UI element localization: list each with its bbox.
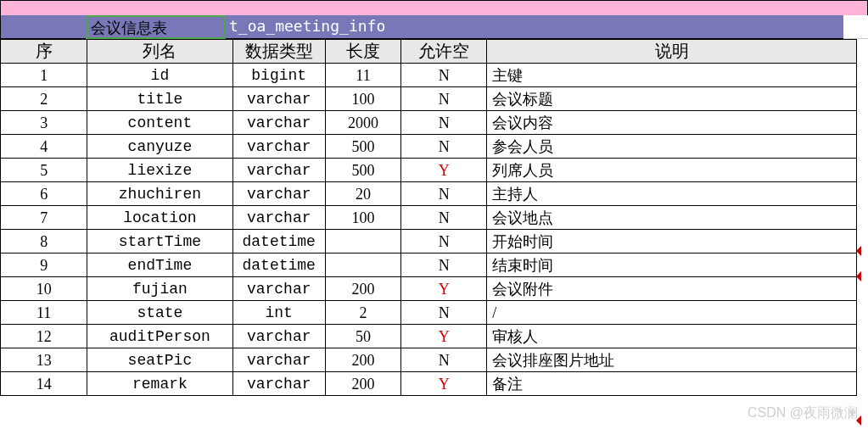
cell-nullable: Y (401, 277, 487, 301)
cell-name: title (87, 87, 232, 111)
table-row[interactable]: 4canyuzevarchar500N参会人员 (1, 135, 857, 159)
cell-type: varchar (232, 348, 325, 372)
cell-type: varchar (232, 111, 325, 135)
cell-name: state (87, 301, 232, 325)
cell-nullable: N (401, 301, 487, 325)
cell-len (325, 230, 400, 254)
comment-mark-icon (856, 271, 861, 281)
cell-type: varchar (232, 182, 325, 206)
cell-name: id (87, 64, 232, 87)
cell-seq: 10 (1, 277, 87, 301)
cell-desc: 审核人 (487, 325, 857, 348)
title-row: 会议信息表 t_oa_meeting_info (0, 15, 868, 39)
cell-name: fujian (87, 277, 232, 301)
cell-len (325, 254, 400, 277)
cell-len: 200 (325, 277, 400, 301)
cell-desc: 会议排座图片地址 (487, 348, 857, 372)
cell-nullable: N (401, 230, 487, 254)
cell-nullable: N (401, 206, 487, 230)
cell-name: liexize (87, 159, 232, 182)
cell-type: datetime (232, 230, 325, 254)
cell-len: 500 (325, 159, 400, 182)
cell-seq: 3 (1, 111, 87, 135)
cell-len: 50 (325, 325, 400, 348)
table-row[interactable]: 7locationvarchar100N会议地点 (1, 206, 857, 230)
header-row: 序 列名 数据类型 长度 允许空 说明 (1, 40, 857, 64)
table-row[interactable]: 8startTimedatetimeN开始时间 (1, 230, 857, 254)
cell-seq: 2 (1, 87, 87, 111)
table-body: 1idbigint11N主键2titlevarchar100N会议标题3cont… (1, 64, 857, 396)
cell-name: seatPic (87, 348, 232, 372)
cell-nullable: N (401, 111, 487, 135)
cell-desc: 参会人员 (487, 135, 857, 159)
cell-len: 11 (325, 64, 400, 87)
table-title-cell[interactable]: 会议信息表 (86, 15, 226, 39)
cell-type: varchar (232, 206, 325, 230)
cell-nullable: Y (401, 372, 487, 396)
header-type: 数据类型 (232, 40, 325, 64)
cell-len: 20 (325, 182, 400, 206)
cell-type: int (232, 301, 325, 325)
cell-len: 2000 (325, 111, 400, 135)
cell-len: 200 (325, 348, 400, 372)
cell-type: varchar (232, 277, 325, 301)
table-row[interactable]: 6zhuchirenvarchar20N主持人 (1, 182, 857, 206)
cell-type: bigint (232, 64, 325, 87)
cell-name: location (87, 206, 232, 230)
cell-nullable: N (401, 182, 487, 206)
table-row[interactable]: 5liexizevarchar500Y列席人员 (1, 159, 857, 182)
table-row[interactable]: 11stateint2N/ (1, 301, 857, 325)
cell-desc: 主键 (487, 64, 857, 87)
cell-len: 100 (325, 206, 400, 230)
cell-desc: 结束时间 (487, 254, 857, 277)
header-desc: 说明 (487, 40, 857, 64)
header-nullable: 允许空 (401, 40, 487, 64)
cell-nullable: N (401, 64, 487, 87)
cell-desc: 开始时间 (487, 230, 857, 254)
header-name: 列名 (87, 40, 232, 64)
cell-seq: 7 (1, 206, 87, 230)
cell-type: varchar (232, 372, 325, 396)
table-row[interactable]: 1idbigint11N主键 (1, 64, 857, 87)
cell-name: endTime (87, 254, 232, 277)
cell-desc: 会议标题 (487, 87, 857, 111)
cell-seq: 11 (1, 301, 87, 325)
cell-name: canyuze (87, 135, 232, 159)
title-tail (843, 15, 868, 39)
cell-seq: 1 (1, 64, 87, 87)
cell-seq: 14 (1, 372, 87, 396)
table-row[interactable]: 14remarkvarchar200Y备注 (1, 372, 857, 396)
table-row[interactable]: 13seatPicvarchar200N会议排座图片地址 (1, 348, 857, 372)
table-row[interactable]: 10fujianvarchar200Y会议附件 (1, 277, 857, 301)
cell-seq: 4 (1, 135, 87, 159)
cell-desc: 会议地点 (487, 206, 857, 230)
table-row[interactable]: 3contentvarchar2000N会议内容 (1, 111, 857, 135)
cell-nullable: N (401, 135, 487, 159)
table-code-cell[interactable]: t_oa_meeting_info (226, 15, 843, 39)
cell-desc: 主持人 (487, 182, 857, 206)
comment-mark-icon (856, 415, 861, 426)
cell-nullable: N (401, 254, 487, 277)
cell-type: datetime (232, 254, 325, 277)
header-seq: 序 (1, 40, 87, 64)
cell-name: startTime (87, 230, 232, 254)
cell-type: varchar (232, 159, 325, 182)
cell-seq: 6 (1, 182, 87, 206)
cell-desc: 会议内容 (487, 111, 857, 135)
cell-len: 100 (325, 87, 400, 111)
table-row[interactable]: 9endTimedatetimeN结束时间 (1, 254, 857, 277)
cell-nullable: N (401, 348, 487, 372)
cell-len: 2 (325, 301, 400, 325)
schema-table: 序 列名 数据类型 长度 允许空 说明 1idbigint11N主键2title… (0, 39, 857, 396)
watermark: CSDN @夜雨微澜 (748, 404, 858, 422)
cell-nullable: Y (401, 159, 487, 182)
cell-seq: 9 (1, 254, 87, 277)
cell-seq: 13 (1, 348, 87, 372)
header-len: 长度 (325, 40, 400, 64)
comment-mark-icon (856, 246, 861, 256)
cell-len: 500 (325, 135, 400, 159)
cell-type: varchar (232, 135, 325, 159)
table-row[interactable]: 12auditPersonvarchar50Y审核人 (1, 325, 857, 348)
table-row[interactable]: 2titlevarchar100N会议标题 (1, 87, 857, 111)
cell-seq: 8 (1, 230, 87, 254)
